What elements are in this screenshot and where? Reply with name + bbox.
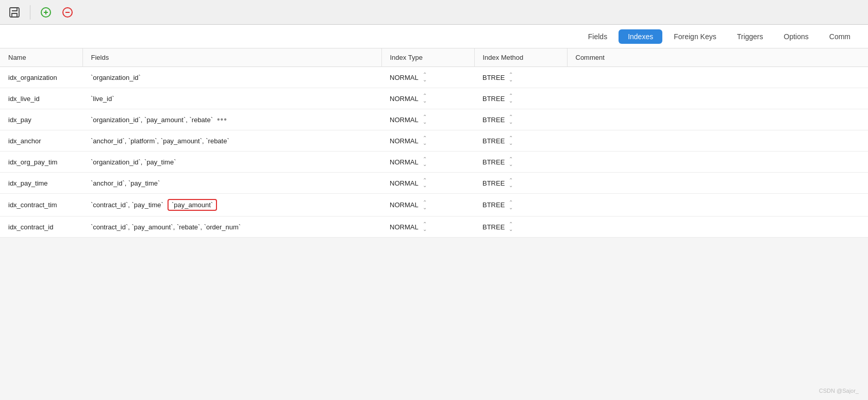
remove-button[interactable] bbox=[59, 4, 76, 21]
index-type-spinner[interactable]: ⌃⌄ bbox=[423, 178, 427, 188]
row-index-type: NORMAL ⌃⌄ bbox=[381, 173, 474, 194]
index-method-spinner[interactable]: ⌃⌄ bbox=[509, 72, 513, 82]
row-name: idx_organization bbox=[0, 67, 82, 88]
tab-indexes[interactable]: Indexes bbox=[619, 29, 662, 44]
table-row: idx_organization `organization_id` NORMA… bbox=[0, 67, 868, 88]
row-index-method: BTREE ⌃⌄ bbox=[474, 173, 567, 194]
tab-options[interactable]: Options bbox=[775, 29, 818, 44]
indexes-table: Name Fields Index Type Index Method Comm… bbox=[0, 48, 868, 238]
table-row: idx_live_id `live_id` NORMAL ⌃⌄ BTREE ⌃⌄ bbox=[0, 88, 868, 109]
index-type-spinner[interactable]: ⌃⌄ bbox=[423, 72, 427, 82]
index-method-spinner[interactable]: ⌃⌄ bbox=[509, 93, 513, 104]
remove-icon bbox=[61, 6, 74, 19]
save-icon bbox=[8, 6, 21, 19]
save-button[interactable] bbox=[6, 4, 23, 21]
field-text: `organization_id`, `pay_amount`, `rebate… bbox=[91, 116, 213, 124]
row-comment bbox=[567, 130, 868, 152]
row-index-method: BTREE ⌃⌄ bbox=[474, 130, 567, 152]
row-name: idx_anchor bbox=[0, 130, 82, 152]
tab-triggers[interactable]: Triggers bbox=[728, 29, 773, 44]
row-comment bbox=[567, 109, 868, 130]
table-row: idx_contract_tim `contract_id`, `pay_tim… bbox=[0, 194, 868, 216]
row-name: idx_pay_time bbox=[0, 173, 82, 194]
highlighted-field: `pay_amount` bbox=[168, 199, 217, 211]
row-name: idx_live_id bbox=[0, 88, 82, 109]
row-index-type: NORMAL ⌃⌄ bbox=[381, 194, 474, 216]
row-index-type: NORMAL ⌃⌄ bbox=[381, 88, 474, 109]
row-comment bbox=[567, 67, 868, 88]
row-index-method: BTREE ⌃⌄ bbox=[474, 109, 567, 130]
index-method-spinner[interactable]: ⌃⌄ bbox=[509, 157, 513, 167]
toolbar bbox=[0, 0, 868, 25]
row-fields: `live_id` bbox=[82, 88, 381, 109]
table-row: idx_pay `organization_id`, `pay_amount`,… bbox=[0, 109, 868, 130]
row-fields: `anchor_id`, `platform`, `pay_amount`, `… bbox=[82, 130, 381, 152]
index-type-spinner[interactable]: ⌃⌄ bbox=[423, 222, 427, 232]
col-header-name: Name bbox=[0, 48, 82, 67]
content-area: Name Fields Index Type Index Method Comm… bbox=[0, 48, 868, 238]
tab-fields[interactable]: Fields bbox=[579, 29, 616, 44]
row-comment bbox=[567, 88, 868, 109]
add-button[interactable] bbox=[38, 4, 54, 21]
row-name: idx_contract_tim bbox=[0, 194, 82, 216]
index-method-spinner[interactable]: ⌃⌄ bbox=[509, 178, 513, 188]
field-text: `contract_id`, `pay_amount`, `rebate`, `… bbox=[91, 223, 241, 231]
row-index-type: NORMAL ⌃⌄ bbox=[381, 152, 474, 173]
row-fields: `anchor_id`, `pay_time` bbox=[82, 173, 381, 194]
index-method-spinner[interactable]: ⌃⌄ bbox=[509, 136, 513, 146]
row-index-method: BTREE ⌃⌄ bbox=[474, 88, 567, 109]
toolbar-divider bbox=[30, 5, 30, 20]
index-method-spinner[interactable]: ⌃⌄ bbox=[509, 200, 513, 210]
row-fields: `contract_id`, `pay_amount`, `rebate`, `… bbox=[82, 216, 381, 238]
index-method-spinner[interactable]: ⌃⌄ bbox=[509, 222, 513, 232]
index-type-spinner[interactable]: ⌃⌄ bbox=[423, 114, 427, 125]
table-row: idx_anchor `anchor_id`, `platform`, `pay… bbox=[0, 130, 868, 152]
table-row: idx_contract_id `contract_id`, `pay_amou… bbox=[0, 216, 868, 238]
row-fields: `organization_id` bbox=[82, 67, 381, 88]
svg-rect-0 bbox=[10, 8, 19, 17]
row-name: idx_contract_id bbox=[0, 216, 82, 238]
field-text: `anchor_id`, `platform`, `pay_amount`, `… bbox=[91, 137, 229, 145]
row-index-method: BTREE ⌃⌄ bbox=[474, 216, 567, 238]
row-index-type: NORMAL ⌃⌄ bbox=[381, 109, 474, 130]
tab-comment[interactable]: Comm bbox=[820, 29, 860, 44]
row-fields: `organization_id`, `pay_amount`, `rebate… bbox=[82, 109, 381, 130]
row-comment bbox=[567, 173, 868, 194]
table-header-row: Name Fields Index Type Index Method Comm… bbox=[0, 48, 868, 67]
col-header-index-type: Index Type bbox=[381, 48, 474, 67]
index-method-spinner[interactable]: ⌃⌄ bbox=[509, 114, 513, 125]
tab-foreign-keys[interactable]: Foreign Keys bbox=[664, 29, 725, 44]
index-type-spinner[interactable]: ⌃⌄ bbox=[423, 136, 427, 146]
table-row: idx_pay_time `anchor_id`, `pay_time` NOR… bbox=[0, 173, 868, 194]
field-text: `organization_id` bbox=[91, 74, 141, 81]
row-fields: `contract_id`, `pay_time` `pay_amount` bbox=[82, 194, 381, 216]
row-index-type: NORMAL ⌃⌄ bbox=[381, 216, 474, 238]
index-type-spinner[interactable]: ⌃⌄ bbox=[423, 93, 427, 104]
col-header-fields: Fields bbox=[82, 48, 381, 67]
row-index-method: BTREE ⌃⌄ bbox=[474, 194, 567, 216]
more-options-button[interactable]: ••• bbox=[217, 115, 227, 124]
row-index-type: NORMAL ⌃⌄ bbox=[381, 130, 474, 152]
row-comment bbox=[567, 152, 868, 173]
col-header-comment: Comment bbox=[567, 48, 868, 67]
add-icon bbox=[40, 6, 52, 19]
tab-bar: Fields Indexes Foreign Keys Triggers Opt… bbox=[0, 25, 868, 48]
row-comment bbox=[567, 216, 868, 238]
field-text-before: `contract_id`, `pay_time` bbox=[91, 201, 163, 209]
row-comment bbox=[567, 194, 868, 216]
field-text: `live_id` bbox=[91, 95, 114, 103]
field-text: `anchor_id`, `pay_time` bbox=[91, 179, 160, 187]
index-type-spinner[interactable]: ⌃⌄ bbox=[423, 200, 427, 210]
row-fields: `organization_id`, `pay_time` bbox=[82, 152, 381, 173]
row-name: idx_pay bbox=[0, 109, 82, 130]
row-name: idx_org_pay_tim bbox=[0, 152, 82, 173]
index-type-spinner[interactable]: ⌃⌄ bbox=[423, 157, 427, 167]
row-index-type: NORMAL ⌃⌄ bbox=[381, 67, 474, 88]
field-text: `organization_id`, `pay_time` bbox=[91, 158, 176, 166]
row-index-method: BTREE ⌃⌄ bbox=[474, 152, 567, 173]
row-index-method: BTREE ⌃⌄ bbox=[474, 67, 567, 88]
col-header-index-method: Index Method bbox=[474, 48, 567, 67]
table-row: idx_org_pay_tim `organization_id`, `pay_… bbox=[0, 152, 868, 173]
